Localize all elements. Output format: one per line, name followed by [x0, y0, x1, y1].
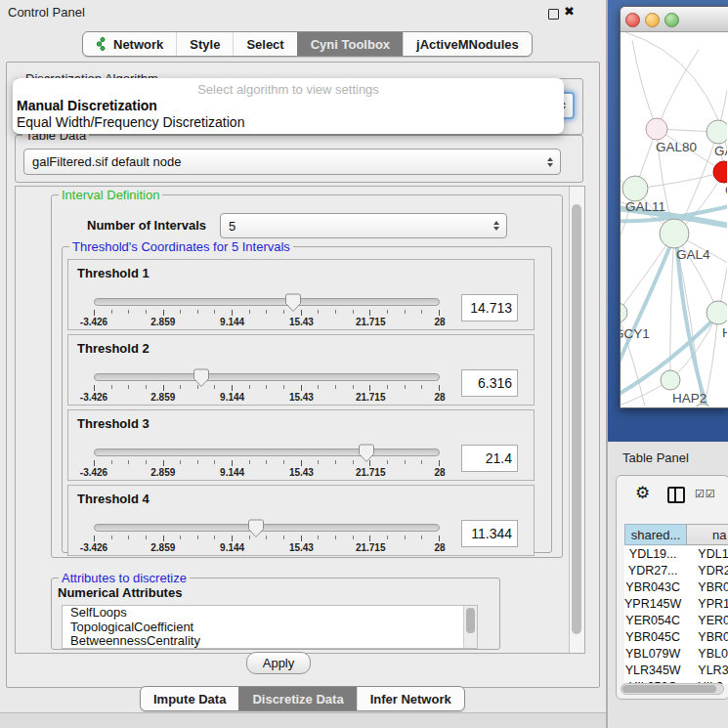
- threshold-value-field[interactable]: 6.316: [461, 369, 518, 397]
- combo-arrows-icon: [493, 221, 499, 231]
- axis-tick-label: -3.426: [80, 467, 107, 478]
- table-data-combobox[interactable]: galFiltered.sif default node: [23, 149, 561, 175]
- tab-jactivemnodules[interactable]: jActiveMNodules: [403, 32, 532, 56]
- threshold-value-field[interactable]: 21.4: [461, 445, 518, 472]
- tab-select[interactable]: Select: [233, 32, 296, 56]
- network-node-gal11[interactable]: [622, 176, 648, 201]
- tick-mark: [197, 310, 198, 314]
- tick-mark: [128, 385, 129, 389]
- scrollbar-thumb[interactable]: [572, 204, 581, 634]
- table-row[interactable]: YBR043CYBR0: [624, 579, 728, 596]
- dropdown-option-manual-discretization[interactable]: Manual Discretization: [13, 98, 564, 114]
- tick-mark: [232, 310, 233, 316]
- select-columns-icon[interactable]: ☑☑: [695, 488, 716, 500]
- attribute-item-selfloops[interactable]: SelfLoops: [63, 606, 477, 621]
- table-row[interactable]: YER054CYER0: [624, 613, 728, 629]
- gear-icon[interactable]: ⚙: [635, 483, 650, 503]
- tick-mark: [128, 310, 129, 314]
- threshold-value-field[interactable]: 11.344: [461, 520, 518, 547]
- column-header-2[interactable]: na: [686, 524, 728, 545]
- apply-button[interactable]: Apply: [246, 652, 311, 674]
- tick-mark: [369, 460, 370, 466]
- slider-track[interactable]: [94, 373, 440, 381]
- network-node-hap2[interactable]: [661, 370, 680, 390]
- tick-mark: [353, 310, 354, 314]
- tick-mark: [214, 460, 215, 464]
- close-traffic-light[interactable]: [625, 13, 640, 27]
- tick-mark: [421, 310, 422, 314]
- tab-cyni-toolbox[interactable]: Cyni Toolbox: [297, 32, 403, 56]
- network-node-gcy1[interactable]: [621, 303, 627, 322]
- slider-track[interactable]: [94, 298, 440, 306]
- tick-mark: [439, 385, 440, 391]
- tick-mark: [266, 385, 267, 389]
- tick-mark: [335, 310, 336, 314]
- axis-tick-label: 28: [434, 317, 445, 327]
- float-window-icon[interactable]: [548, 9, 559, 20]
- tab-network[interactable]: Network: [83, 32, 176, 56]
- network-node-gal4[interactable]: [660, 219, 689, 248]
- axis-tick-label: -3.426: [80, 542, 107, 553]
- dropdown-option-equal-width-frequency-discretization[interactable]: Equal Width/Frequency Discretization: [13, 114, 564, 131]
- tab-discretize-data[interactable]: Discretize Data: [238, 687, 356, 710]
- zoom-traffic-light[interactable]: [664, 13, 679, 27]
- tab-impute-data[interactable]: Impute Data: [141, 687, 238, 710]
- tick-mark: [387, 460, 388, 464]
- table-row[interactable]: YDR27...YDR2: [624, 563, 728, 579]
- panel-title: Control Panel: [8, 5, 85, 20]
- tick-mark: [214, 535, 215, 539]
- close-icon[interactable]: ✖: [564, 4, 575, 19]
- cell-name: YBL0: [681, 646, 728, 663]
- tick-mark: [387, 535, 388, 539]
- tab-label: Infer Network: [370, 692, 451, 707]
- network-node-c[interactable]: [713, 161, 727, 183]
- table-row[interactable]: YPR145WYPR1: [624, 596, 728, 613]
- threshold-value-field[interactable]: 14.713: [461, 294, 518, 321]
- axis-tick-label: -3.426: [80, 392, 107, 403]
- tick-mark: [111, 535, 112, 539]
- scrollbar-thumb[interactable]: [466, 608, 475, 633]
- control-panel-titlebar: Control Panel ✖: [0, 0, 608, 25]
- threshold-label: Threshold 1: [77, 266, 150, 280]
- columns-icon[interactable]: [667, 487, 685, 503]
- attribute-item-betweennesscentrality[interactable]: BetweennessCentrality: [63, 634, 477, 649]
- table-row[interactable]: YBL079WYBL0: [624, 646, 728, 663]
- tick-mark: [421, 385, 422, 389]
- numerical-attributes-list[interactable]: SelfLoopsTopologicalCoefficientBetweenne…: [62, 605, 478, 649]
- table-row[interactable]: YDL19...YDL1: [624, 546, 728, 563]
- attribute-item-topologicalcoefficient[interactable]: TopologicalCoefficient: [63, 621, 477, 635]
- control-panel: Control Panel ✖ NetworkStyleSelectCyni T…: [0, 0, 608, 728]
- tick-mark: [421, 535, 422, 539]
- tick-mark: [405, 385, 406, 389]
- network-node-h[interactable]: [707, 301, 727, 324]
- tab-label: Impute Data: [153, 692, 226, 707]
- axis-tick-label: 21.715: [356, 317, 386, 327]
- table-horizontal-scrollbar[interactable]: [621, 683, 724, 695]
- network-window-titlebar[interactable]: [621, 7, 728, 32]
- slider-track[interactable]: [94, 449, 440, 456]
- tick-mark: [353, 535, 354, 539]
- network-node-ga[interactable]: [707, 120, 727, 144]
- tick-mark: [163, 310, 164, 316]
- tab-label: Discretize Data: [252, 692, 343, 707]
- combo-arrows-icon: [547, 157, 553, 167]
- axis-tick-label: 21.715: [356, 467, 386, 478]
- network-node-gal80[interactable]: [646, 118, 667, 140]
- network-canvas[interactable]: GAL80GACGAL11GAL4GCY1HHAP2: [621, 32, 727, 407]
- column-header-1[interactable]: shared...: [624, 524, 686, 545]
- table-row[interactable]: YBR045CYBR0: [624, 629, 728, 646]
- slider-track[interactable]: [94, 524, 440, 532]
- tab-style[interactable]: Style: [176, 32, 233, 56]
- tick-mark: [301, 460, 302, 466]
- number-of-intervals-combobox[interactable]: 5: [220, 213, 507, 238]
- attributes-scrollbar[interactable]: [463, 606, 477, 648]
- tick-mark: [128, 535, 129, 539]
- minimize-traffic-light[interactable]: [645, 13, 660, 27]
- interval-definition-group: Interval Definition Number of Intervals …: [51, 194, 563, 558]
- panel-vertical-scrollbar[interactable]: [569, 187, 584, 653]
- tab-infer-network[interactable]: Infer Network: [357, 687, 464, 710]
- table-row[interactable]: YLR345WYLR3: [624, 663, 728, 679]
- scrollbar-thumb[interactable]: [622, 685, 716, 693]
- tick-mark: [249, 310, 250, 314]
- cell-shared-name: YLR345W: [624, 663, 681, 679]
